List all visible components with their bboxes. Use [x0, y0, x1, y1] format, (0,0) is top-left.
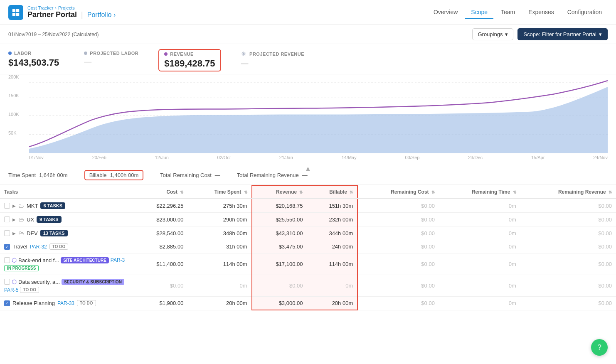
task-name-release: Release Planning: [12, 300, 55, 306]
checkbox-ux[interactable]: [4, 216, 10, 222]
billable-label: Billable: [89, 172, 107, 178]
col-header-billable[interactable]: Billable ⇅: [307, 185, 357, 199]
checkbox-release[interactable]: [4, 300, 10, 306]
total-remaining-revenue-value: —: [302, 172, 308, 178]
y-label-150k: 150K: [8, 93, 19, 98]
breadcrumb-projects[interactable]: Projects: [58, 5, 75, 10]
total-remaining-revenue-item: Total Remaining Revenue —: [237, 172, 308, 178]
rem-time-ux: 0m: [439, 213, 520, 226]
col-header-cost[interactable]: Cost ⇅: [133, 185, 187, 199]
col-header-tasks[interactable]: Tasks: [0, 185, 133, 199]
col-header-revenue[interactable]: Revenue ⇅: [252, 185, 307, 199]
badge-tasks-ux: 9 TASKS: [37, 216, 62, 223]
table-row: Travel PAR-32 TO DO $2,885.00 31h 00m $3…: [0, 240, 616, 253]
task-name-backend: Back-end and f...: [18, 257, 59, 263]
projected-labor-dot: [84, 52, 87, 55]
checkbox-dev[interactable]: [4, 230, 10, 236]
cost-backend: $11,400.00: [133, 253, 187, 275]
chevron-down-icon: ▾: [505, 31, 508, 37]
breadcrumb-cost-tracker[interactable]: Cost Tracker: [27, 5, 53, 10]
summary-card-projected-revenue: ✳ PROJECTED REVENUE —: [241, 51, 304, 70]
groupings-button[interactable]: Groupings ▾: [472, 28, 513, 40]
table-row: ▶ 🗁 MKT 6 TASKS $22,296.25 275h 30m $20,…: [0, 199, 616, 213]
chevron-up-icon[interactable]: ▲: [305, 165, 311, 172]
datasec-icon: ⬡: [12, 278, 17, 285]
date-range: 01/Nov/2019 – 25/Nov/2022 (Calculated): [8, 32, 99, 37]
rem-cost-release: $0.00: [357, 297, 439, 310]
svg-rect-3: [16, 12, 19, 15]
y-label-50k: 50K: [8, 130, 19, 135]
checkbox-backend[interactable]: [4, 257, 10, 263]
badge-site-arch: SITE ARCHITECTURE: [61, 257, 109, 263]
col-header-time-spent[interactable]: Time Spent ⇅: [187, 185, 251, 199]
table-row: Release Planning PAR-33 TO DO $1,900.00 …: [0, 297, 616, 310]
cost-ux: $23,000.00: [133, 213, 187, 226]
badge-tasks-dev: 13 TASKS: [40, 230, 68, 236]
billable-ux: 232h 00m: [307, 213, 357, 226]
nav-tabs: Overview Scope Team Expenses Configurati…: [428, 6, 608, 19]
checkbox-datasec[interactable]: [4, 279, 10, 285]
svg-rect-2: [12, 12, 15, 15]
rem-rev-ux: $0.00: [520, 213, 616, 226]
table-body: ▶ 🗁 MKT 6 TASKS $22,296.25 275h 30m $20,…: [0, 199, 616, 310]
status-release: TO DO: [77, 300, 96, 306]
billable-travel: 24h 00m: [307, 240, 357, 253]
expand-ux[interactable]: ▶: [12, 217, 16, 222]
tab-expenses[interactable]: Expenses: [522, 6, 559, 19]
status-travel: TO DO: [49, 243, 68, 250]
expand-dev[interactable]: ▶: [12, 231, 16, 236]
tab-scope[interactable]: Scope: [465, 6, 493, 19]
chart-y-labels: 200K 150K 100K 50K: [8, 74, 19, 149]
table-head: Tasks Cost ⇅ Time Spent ⇅ Revenue ⇅ Bill…: [0, 185, 616, 199]
rem-time-mkt: 0m: [439, 199, 520, 213]
revenue-datasec: $0.00: [252, 275, 307, 297]
y-label-200k: 200K: [8, 74, 19, 79]
chart-svg: [29, 79, 608, 153]
breadcrumb: Cost Tracker › Projects Partner Portal |…: [27, 5, 116, 19]
billable-backend: 114h 00m: [307, 253, 357, 275]
portfolio-link[interactable]: Portfolio ›: [87, 11, 116, 19]
badge-security-sub: SECURITY & SUBSCRIPTION: [62, 279, 124, 285]
cost-mkt: $22,296.25: [133, 199, 187, 213]
summary-card-labor: LABOR $143,503.75: [8, 51, 59, 70]
task-cell-mkt: ▶ 🗁 MKT 6 TASKS: [0, 199, 133, 213]
revenue-backend: $17,100.00: [252, 253, 307, 275]
expand-mkt[interactable]: ▶: [12, 204, 16, 208]
x-label-1: 20/Feb: [92, 155, 106, 160]
sort-time-icon: ⇅: [244, 190, 247, 194]
tasks-table: Tasks Cost ⇅ Time Spent ⇅ Revenue ⇅ Bill…: [0, 185, 616, 310]
time-ux: 290h 00m: [187, 213, 251, 226]
rem-rev-backend: $0.00: [520, 253, 616, 275]
rem-cost-ux: $0.00: [357, 213, 439, 226]
ref-release: PAR-33: [57, 300, 74, 306]
tab-configuration[interactable]: Configuration: [562, 6, 608, 19]
table-row: ⬡ Back-end and f... SITE ARCHITECTURE PA…: [0, 253, 616, 275]
header: Cost Tracker › Projects Partner Portal |…: [0, 0, 616, 25]
svg-rect-0: [12, 9, 15, 12]
col-header-remaining-time[interactable]: Remaining Time ⇅: [439, 185, 520, 199]
breadcrumb-top: Cost Tracker › Projects: [27, 5, 116, 10]
folder-ux: 🗁: [18, 216, 24, 223]
sort-revenue-icon: ⇅: [299, 190, 303, 194]
tab-overview[interactable]: Overview: [428, 6, 463, 19]
chart-container: 200K 150K 100K 50K 01/Nov 20/Feb 12/Jun …: [0, 74, 616, 166]
rem-rev-release: $0.00: [520, 297, 616, 310]
rem-rev-mkt: $0.00: [520, 199, 616, 213]
time-spent-value: 1,646h 00m: [39, 172, 68, 178]
tab-team[interactable]: Team: [495, 6, 521, 19]
rem-rev-datasec: $0.00: [520, 275, 616, 297]
scope-filter-button[interactable]: Scope: Filter for Partner Portal ▾: [517, 28, 608, 40]
col-header-remaining-cost[interactable]: Remaining Cost ⇅: [357, 185, 439, 199]
labor-value: $143,503.75: [8, 57, 59, 68]
checkbox-travel[interactable]: [4, 244, 10, 250]
cost-tracker-icon: [11, 8, 20, 17]
revenue-label: REVENUE: [164, 52, 215, 57]
chart-area[interactable]: [29, 79, 608, 153]
cost-dev: $28,540.00: [133, 226, 187, 240]
billable-datasec: 0m: [307, 275, 357, 297]
checkbox-mkt[interactable]: [4, 203, 10, 209]
x-label-2: 12/Jun: [155, 155, 169, 160]
col-header-remaining-revenue[interactable]: Remaining Revenue ⇅: [520, 185, 616, 199]
chart-x-labels: 01/Nov 20/Feb 12/Jun 02/Oct 21/Jan 14/Ma…: [29, 153, 608, 160]
summary-bar: LABOR $143,503.75 PROJECTED LABOR — REVE…: [0, 44, 616, 74]
